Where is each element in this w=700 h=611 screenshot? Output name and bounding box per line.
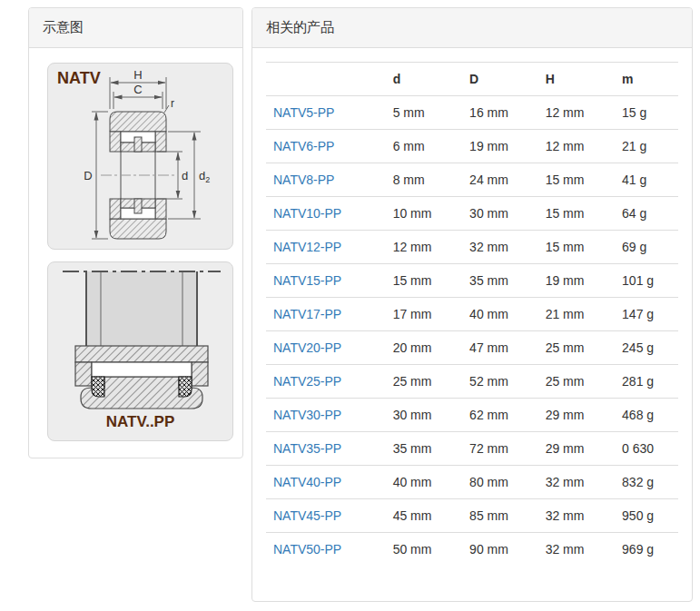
dim-label-C: C: [133, 83, 142, 96]
cell-D: 32 mm: [462, 231, 538, 264]
product-link[interactable]: NATV17-PP: [273, 307, 341, 321]
diagram-box-natv: NATV: [47, 63, 233, 250]
cell-m: 0 630: [615, 432, 678, 466]
col-header-m: m: [615, 63, 678, 96]
cell-H: 29 mm: [538, 399, 615, 432]
col-header-H: H: [538, 63, 615, 96]
table-row: NATV50-PP 50 mm 90 mm 32 mm 969 g: [266, 533, 678, 567]
col-header-D: D: [462, 63, 538, 96]
table-row: NATV30-PP 30 mm 62 mm 29 mm 468 g: [266, 399, 678, 432]
stud-drawing: [63, 271, 221, 346]
related-products-panel: 相关的产品 d D H m NATV5-PP 5 mm 16 mm 12 mm …: [251, 7, 693, 602]
cell-m: 281 g: [615, 365, 678, 399]
cell-D: 90 mm: [462, 533, 538, 567]
table-row: NATV6-PP 6 mm 19 mm 12 mm 21 g: [266, 130, 678, 163]
cell-D: 62 mm: [462, 399, 538, 432]
product-link[interactable]: NATV45-PP: [273, 508, 341, 523]
cell-m: 101 g: [615, 264, 678, 298]
cell-m: 468 g: [615, 399, 678, 432]
table-row: NATV10-PP 10 mm 30 mm 15 mm 64 g: [266, 197, 678, 231]
bearing-section-drawing: [110, 112, 166, 239]
schematic-panel-body: NATV: [29, 48, 242, 458]
cell-H: 32 mm: [538, 499, 615, 533]
schematic-panel: 示意图 NATV: [28, 7, 243, 458]
table-row: NATV12-PP 12 mm 32 mm 15 mm 69 g: [266, 231, 678, 264]
cell-d: 20 mm: [386, 331, 462, 365]
table-row: NATV8-PP 8 mm 24 mm 15 mm 41 g: [266, 163, 678, 197]
product-link[interactable]: NATV40-PP: [273, 475, 341, 489]
table-row: NATV15-PP 15 mm 35 mm 19 mm 101 g: [266, 264, 678, 298]
cell-D: 19 mm: [462, 130, 538, 163]
dim-label-H: H: [133, 68, 142, 82]
product-link[interactable]: NATV12-PP: [273, 240, 341, 254]
table-row: NATV5-PP 5 mm 16 mm 12 mm 15 g: [266, 96, 678, 130]
cell-d: 15 mm: [386, 264, 462, 298]
cell-d: 6 mm: [386, 130, 462, 163]
cell-d: 17 mm: [386, 298, 462, 331]
product-link[interactable]: NATV50-PP: [273, 542, 341, 557]
product-link[interactable]: NATV8-PP: [273, 172, 334, 187]
cell-d: 50 mm: [386, 533, 462, 567]
cell-d: 40 mm: [386, 466, 462, 499]
cell-d: 30 mm: [386, 399, 462, 432]
cell-D: 85 mm: [462, 499, 538, 533]
cell-H: 29 mm: [538, 432, 615, 466]
cell-D: 30 mm: [462, 197, 538, 231]
cell-D: 16 mm: [462, 96, 538, 130]
cell-d: 10 mm: [386, 197, 462, 231]
cell-D: 47 mm: [462, 331, 538, 365]
table-row: NATV45-PP 45 mm 85 mm 32 mm 950 g: [266, 499, 678, 533]
cell-m: 41 g: [615, 163, 678, 197]
cell-D: 24 mm: [462, 163, 538, 197]
table-header-row: d D H m: [266, 63, 678, 96]
table-row: NATV17-PP 17 mm 40 mm 21 mm 147 g: [266, 298, 678, 331]
diagram-box-natv-pp: NATV..PP: [47, 261, 233, 441]
product-link[interactable]: NATV25-PP: [273, 374, 341, 389]
product-link[interactable]: NATV6-PP: [273, 139, 334, 153]
cell-m: 69 g: [615, 231, 678, 264]
col-header-d: d: [386, 63, 462, 96]
cell-D: 40 mm: [462, 298, 538, 331]
cell-D: 35 mm: [462, 264, 538, 298]
cell-H: 21 mm: [538, 298, 615, 331]
product-link[interactable]: NATV35-PP: [273, 441, 341, 456]
cell-D: 80 mm: [462, 466, 538, 499]
cell-H: 25 mm: [538, 331, 615, 365]
diagram-brand-label: NATV: [57, 69, 101, 87]
product-link[interactable]: NATV5-PP: [273, 105, 334, 120]
cell-H: 15 mm: [538, 231, 615, 264]
cell-d: 12 mm: [386, 231, 462, 264]
cell-m: 21 g: [615, 130, 678, 163]
cell-d: 35 mm: [386, 432, 462, 466]
related-products-table: d D H m NATV5-PP 5 mm 16 mm 12 mm 15 g N…: [266, 62, 678, 566]
cell-D: 52 mm: [462, 365, 538, 399]
product-link[interactable]: NATV30-PP: [273, 408, 341, 422]
cell-m: 969 g: [615, 533, 678, 567]
bearing-seal-section: [75, 346, 208, 409]
cell-m: 245 g: [615, 331, 678, 365]
cell-m: 950 g: [615, 499, 678, 533]
dim-label-r: r: [171, 97, 174, 110]
table-row: NATV40-PP 40 mm 80 mm 32 mm 832 g: [266, 466, 678, 499]
cell-H: 19 mm: [538, 264, 615, 298]
col-header-product: [266, 63, 386, 96]
dim-label-d2: d2: [199, 169, 210, 184]
cell-d: 5 mm: [386, 96, 462, 130]
schematic-panel-title: 示意图: [29, 8, 242, 48]
cell-d: 25 mm: [386, 365, 462, 399]
cell-m: 64 g: [615, 197, 678, 231]
product-link[interactable]: NATV15-PP: [273, 273, 341, 288]
product-link[interactable]: NATV10-PP: [273, 206, 341, 221]
cell-m: 832 g: [615, 466, 678, 499]
cell-H: 12 mm: [538, 96, 615, 130]
product-link[interactable]: NATV20-PP: [273, 340, 341, 355]
cell-m: 147 g: [615, 298, 678, 331]
table-row: NATV20-PP 20 mm 47 mm 25 mm 245 g: [266, 331, 678, 365]
cell-H: 15 mm: [538, 197, 615, 231]
related-products-title: 相关的产品: [252, 8, 692, 48]
dim-label-D: D: [84, 169, 92, 182]
cell-d: 45 mm: [386, 499, 462, 533]
natv-pp-seal-diagram: [48, 262, 233, 413]
natv-cross-section-diagram: NATV: [48, 64, 233, 245]
dim-label-d: d: [182, 169, 188, 182]
